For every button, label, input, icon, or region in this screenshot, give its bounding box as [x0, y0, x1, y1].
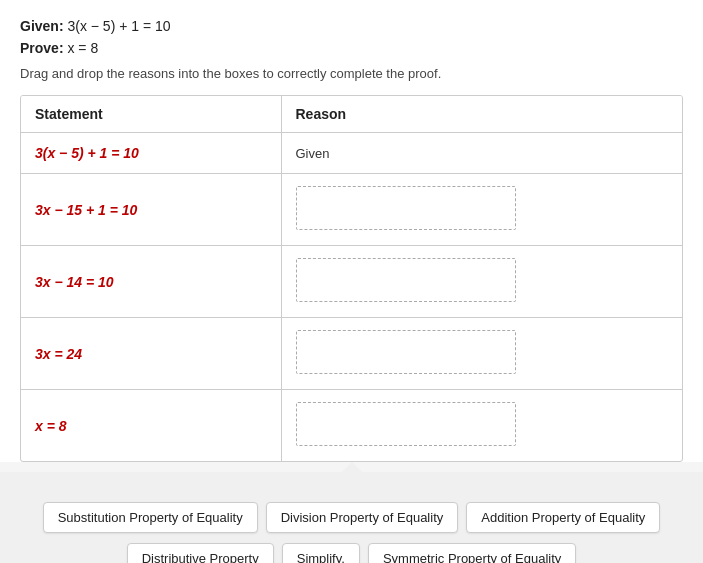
- prove-expression: x = 8: [67, 40, 98, 56]
- table-row: 3x − 15 + 1 = 10: [21, 174, 682, 246]
- page: Given: 3(x − 5) + 1 = 10 Prove: x = 8 Dr…: [0, 0, 703, 462]
- token-symmetric-property-of-equality[interactable]: Symmetric Property of Equality: [368, 543, 576, 563]
- proof-table-wrapper: Statement Reason 3(x − 5) + 1 = 10Given3…: [20, 95, 683, 462]
- given-expression: 3(x − 5) + 1 = 10: [67, 18, 170, 34]
- reason-cell: Given: [281, 133, 682, 174]
- table-header-row: Statement Reason: [21, 96, 682, 133]
- given-line: Given: 3(x − 5) + 1 = 10: [20, 18, 683, 34]
- drop-box[interactable]: [296, 402, 516, 446]
- table-row: 3x = 24: [21, 318, 682, 390]
- drop-box[interactable]: [296, 330, 516, 374]
- statement-cell: 3x − 15 + 1 = 10: [21, 174, 281, 246]
- drop-box[interactable]: [296, 258, 516, 302]
- reason-cell[interactable]: [281, 390, 682, 462]
- token-substitution-property-of-equality[interactable]: Substitution Property of Equality: [43, 502, 258, 533]
- prove-label: Prove:: [20, 40, 64, 56]
- given-label: Given:: [20, 18, 64, 34]
- reason-given-text: Given: [296, 146, 330, 161]
- proof-table: Statement Reason 3(x − 5) + 1 = 10Given3…: [21, 96, 682, 461]
- drop-box[interactable]: [296, 186, 516, 230]
- statement-cell: 3(x − 5) + 1 = 10: [21, 133, 281, 174]
- prove-line: Prove: x = 8: [20, 40, 683, 56]
- instructions: Drag and drop the reasons into the boxes…: [20, 66, 683, 81]
- reason-cell[interactable]: [281, 318, 682, 390]
- table-row: 3(x − 5) + 1 = 10Given: [21, 133, 682, 174]
- token-addition-property-of-equality[interactable]: Addition Property of Equality: [466, 502, 660, 533]
- reason-cell[interactable]: [281, 246, 682, 318]
- tokens-area: Substitution Property of EqualityDivisio…: [0, 472, 703, 563]
- token-simplify[interactable]: Simplify.: [282, 543, 360, 563]
- tokens-row-2: Distributive PropertySimplify.Symmetric …: [20, 543, 683, 563]
- statement-cell: x = 8: [21, 390, 281, 462]
- token-distributive-property[interactable]: Distributive Property: [127, 543, 274, 563]
- table-row: x = 8: [21, 390, 682, 462]
- tokens-row-1: Substitution Property of EqualityDivisio…: [20, 502, 683, 533]
- col-statement-header: Statement: [21, 96, 281, 133]
- col-reason-header: Reason: [281, 96, 682, 133]
- table-row: 3x − 14 = 10: [21, 246, 682, 318]
- reason-cell[interactable]: [281, 174, 682, 246]
- statement-cell: 3x = 24: [21, 318, 281, 390]
- statement-cell: 3x − 14 = 10: [21, 246, 281, 318]
- token-division-property-of-equality[interactable]: Division Property of Equality: [266, 502, 459, 533]
